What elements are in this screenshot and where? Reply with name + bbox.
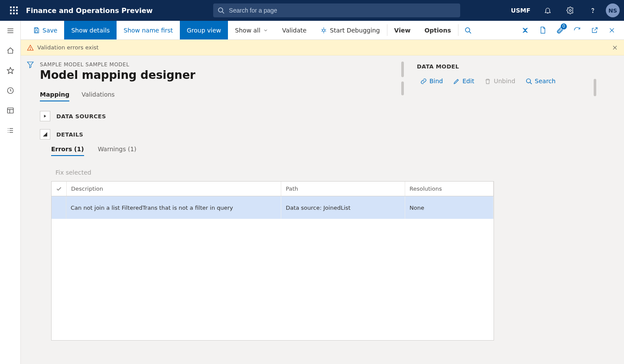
data-sources-header: DATA SOURCES	[56, 113, 106, 120]
bind-button[interactable]: Bind	[420, 78, 443, 84]
splitter-handle[interactable]	[401, 81, 404, 95]
svg-rect-19	[35, 30, 37, 32]
close-icon[interactable]	[603, 21, 621, 40]
svg-line-1	[222, 12, 224, 13]
warnings-tab[interactable]: Warnings (1)	[98, 146, 136, 156]
svg-line-26	[325, 29, 326, 29]
warning-close-icon[interactable]	[612, 45, 618, 51]
start-debugging-button[interactable]: Start Debugging	[313, 21, 387, 39]
save-button[interactable]: Save	[26, 21, 64, 39]
svg-line-28	[469, 32, 471, 33]
row-resolutions: None	[405, 196, 494, 219]
page-options-icon[interactable]	[534, 21, 551, 40]
delete-icon	[484, 78, 491, 84]
warning-icon	[27, 44, 34, 51]
svg-point-37	[30, 49, 30, 49]
app-launcher-icon[interactable]	[3, 0, 24, 21]
row-path: Data source: JoinedList	[281, 196, 405, 219]
svg-point-3	[592, 12, 593, 13]
svg-line-25	[322, 31, 322, 31]
refresh-icon[interactable]	[569, 21, 586, 40]
svg-line-24	[325, 31, 326, 31]
group-view-button[interactable]: Group view	[180, 21, 228, 39]
grid-select-all[interactable]	[52, 182, 67, 196]
save-icon	[33, 27, 40, 34]
svg-rect-9	[7, 108, 13, 113]
nav-home-icon[interactable]	[0, 41, 21, 61]
popout-icon[interactable]	[586, 21, 603, 40]
svg-line-42	[530, 82, 532, 84]
search-icon	[526, 78, 532, 84]
col-description[interactable]: Description	[67, 182, 281, 196]
help-icon[interactable]	[583, 0, 602, 21]
options-menu[interactable]: Options	[417, 21, 458, 39]
search-button[interactable]: Search	[526, 78, 556, 84]
personalize-icon[interactable]	[517, 21, 534, 40]
svg-marker-43	[44, 115, 46, 117]
svg-point-27	[465, 28, 470, 32]
command-bar: Save Show details Show name first Group …	[21, 21, 624, 40]
data-model-panel: DATA MODEL Bind Edit	[417, 62, 595, 84]
app-title: Finance and Operations Preview	[26, 6, 153, 15]
nav-rail	[0, 21, 21, 364]
edit-icon	[453, 78, 460, 84]
legal-entity[interactable]: USMF	[507, 7, 535, 14]
svg-marker-30	[523, 30, 528, 32]
row-description: Can not join a list FilteredTrans that i…	[66, 196, 281, 219]
nav-recent-icon[interactable]	[0, 81, 21, 101]
svg-marker-7	[7, 68, 13, 74]
unbind-button: Unbind	[484, 78, 515, 84]
col-path[interactable]: Path	[281, 182, 405, 196]
warning-message: Validation errors exist	[37, 44, 99, 51]
tab-validations[interactable]: Validations	[81, 91, 114, 101]
validation-warning-bar: Validation errors exist	[21, 40, 624, 55]
col-resolutions[interactable]: Resolutions	[405, 182, 494, 196]
fix-selected-button: Fix selected	[55, 169, 607, 176]
chevron-down-icon	[263, 28, 268, 33]
svg-line-23	[322, 29, 322, 29]
svg-marker-40	[27, 62, 33, 68]
svg-marker-44	[43, 132, 47, 136]
search-icon	[218, 7, 224, 14]
search-icon	[465, 27, 471, 34]
grid-row[interactable]: Can not join a list FilteredTrans that i…	[52, 196, 494, 219]
notifications-icon[interactable]	[538, 0, 557, 21]
nav-workspaces-icon[interactable]	[0, 101, 21, 120]
find-button[interactable]	[458, 21, 478, 39]
splitter-handle[interactable]	[401, 62, 404, 77]
tab-mapping[interactable]: Mapping	[40, 91, 69, 101]
validate-button[interactable]: Validate	[275, 21, 313, 39]
attachments-badge: 0	[561, 23, 567, 29]
errors-tab[interactable]: Errors (1)	[51, 146, 84, 156]
row-select[interactable]	[52, 196, 66, 219]
svg-point-41	[526, 78, 530, 82]
svg-rect-18	[35, 28, 37, 29]
settings-icon[interactable]	[561, 0, 580, 21]
show-all-dropdown[interactable]: Show all	[228, 21, 275, 39]
global-search-input[interactable]	[228, 6, 456, 14]
user-avatar[interactable]: NS	[606, 3, 620, 17]
view-menu[interactable]: View	[387, 21, 418, 39]
debug-icon	[320, 27, 327, 34]
top-bar: Finance and Operations Preview USMF NS	[0, 0, 624, 21]
errors-grid: Description Path Resolutions Can not joi…	[51, 181, 494, 341]
nav-hamburger-icon[interactable]	[0, 21, 21, 41]
filter-icon[interactable]	[26, 61, 34, 364]
splitter-handle[interactable]	[594, 79, 596, 96]
data-model-title: DATA MODEL	[417, 63, 595, 70]
global-search[interactable]	[213, 3, 460, 17]
svg-point-0	[218, 8, 223, 12]
link-icon	[420, 78, 427, 84]
nav-modules-icon[interactable]	[0, 120, 21, 140]
data-sources-expand-toggle[interactable]	[40, 111, 50, 121]
nav-favorites-icon[interactable]	[0, 61, 21, 81]
edit-button[interactable]: Edit	[453, 78, 474, 84]
svg-line-33	[594, 28, 597, 30]
details-expand-toggle[interactable]	[40, 129, 50, 140]
details-header: DETAILS	[56, 131, 83, 138]
attachments-icon[interactable]: 0	[551, 21, 569, 40]
svg-point-2	[569, 10, 572, 12]
show-details-button[interactable]: Show details	[64, 21, 117, 39]
show-name-first-button[interactable]: Show name first	[117, 21, 180, 39]
svg-point-20	[323, 29, 325, 31]
